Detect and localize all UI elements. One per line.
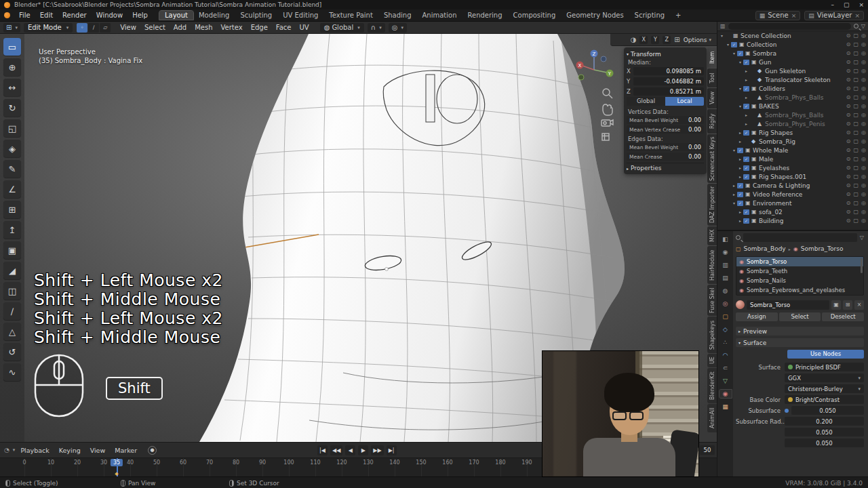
use-nodes-button[interactable]: Use Nodes xyxy=(787,350,864,359)
select-button[interactable]: Select xyxy=(779,312,821,321)
transport-button[interactable]: |◀ xyxy=(317,445,328,455)
end-frame-field[interactable]: 50 xyxy=(700,445,715,455)
row-label[interactable]: Collection xyxy=(747,41,846,48)
camera-icon[interactable]: ◎ xyxy=(861,59,866,65)
row-label[interactable]: Sombra_Phys_Penis xyxy=(765,121,846,127)
collection-checkbox[interactable]: ✓ xyxy=(743,60,749,65)
eye-icon[interactable]: ⊙ xyxy=(846,138,851,144)
workspace-tab[interactable]: Shading xyxy=(378,11,417,20)
camera-icon[interactable]: ◎ xyxy=(861,200,866,206)
transform-panel-header[interactable]: ▾ Transform xyxy=(627,49,704,58)
median-value-field[interactable]: 0.098085 m xyxy=(633,67,704,75)
base-color-input[interactable]: Bright/Contrast xyxy=(785,395,864,404)
screen-icon[interactable]: ▢ xyxy=(853,41,859,47)
outliner-row[interactable]: ▸ ◆ Translocator Skeleton ⊙ ▢ ◎ xyxy=(717,75,868,84)
workspace-tab[interactable]: Layout xyxy=(159,11,193,20)
camera-icon[interactable]: ◎ xyxy=(861,103,866,109)
subsurface-slider[interactable]: 0.050 xyxy=(791,406,864,415)
row-label[interactable]: Translocator Skeleton xyxy=(765,77,846,83)
outliner-row[interactable]: ▸ ✓ ▣ Camera & Lighting ⊙ ▢ ◎ xyxy=(717,181,868,190)
eye-icon[interactable]: ⊙ xyxy=(846,103,851,109)
median-value-field[interactable]: 0.85271 m xyxy=(633,87,704,96)
properties-tab[interactable]: ◧ xyxy=(719,235,732,243)
deselect-button[interactable]: Deselect xyxy=(822,312,864,321)
outliner-row[interactable]: ▸ ✓ ▣ Rig Shapes.001 ⊙ ▢ ◎ xyxy=(717,172,868,181)
eye-icon[interactable]: ⊙ xyxy=(846,129,851,136)
tool-button[interactable]: ▣ xyxy=(3,241,21,259)
tool-button[interactable]: ◢ xyxy=(3,262,21,279)
eye-icon[interactable]: ⊙ xyxy=(846,174,851,180)
camera-icon[interactable]: ◎ xyxy=(861,50,866,56)
collection-checkbox[interactable]: ✓ xyxy=(743,157,749,162)
workspace-tab[interactable]: Scripting xyxy=(629,11,670,20)
options-dropdown[interactable]: Options▾ xyxy=(684,37,711,43)
collection-checkbox[interactable]: ✓ xyxy=(743,130,749,136)
current-frame-badge[interactable]: 35 xyxy=(111,459,123,466)
expand-arrow[interactable]: ▸ xyxy=(743,68,749,73)
eye-icon[interactable]: ⊙ xyxy=(846,191,851,197)
tool-button[interactable]: ◫ xyxy=(3,282,21,300)
expand-arrow[interactable]: ▾ xyxy=(737,86,743,91)
outliner-row[interactable]: ▾ ✓ ▣ Sombra ⊙ ▢ ◎ xyxy=(717,49,868,58)
row-label[interactable]: Sombra_Phys_Balls xyxy=(765,94,846,101)
screen-icon[interactable]: ▢ xyxy=(853,33,859,39)
eye-icon[interactable]: ⊙ xyxy=(846,68,851,74)
expand-arrow[interactable]: ▾ xyxy=(737,104,743,108)
row-label[interactable]: Rig Shapes xyxy=(759,129,846,136)
expand-arrow[interactable]: ▾ xyxy=(731,148,737,152)
sidebar-tab[interactable]: BlenderKit xyxy=(707,368,717,403)
timeline-menu[interactable]: View xyxy=(86,446,110,455)
screen-icon[interactable]: ▢ xyxy=(853,218,859,224)
screen-icon[interactable]: ▢ xyxy=(853,191,859,197)
row-label[interactable]: Whole Male xyxy=(753,147,846,154)
slots-scrollbar[interactable] xyxy=(861,258,863,273)
timeline-menu[interactable]: Marker xyxy=(111,446,141,455)
snap-grid-icon[interactable]: ⊞ xyxy=(674,36,679,43)
outliner-row[interactable]: ▸ ✓ ▣ Rig Shapes ⊙ ▢ ◎ xyxy=(717,128,868,137)
sidebar-tab[interactable]: DAZ Importer xyxy=(707,184,717,226)
material-preview-icon[interactable] xyxy=(736,300,745,309)
screen-icon[interactable]: ▢ xyxy=(853,59,859,65)
properties-subpanel-header[interactable]: ▸ Properties xyxy=(627,163,704,171)
eye-icon[interactable]: ⊙ xyxy=(846,50,851,56)
outliner-row[interactable]: ▸ ▲ Sombra_Phys_Penis ⊙ ▢ ◎ xyxy=(717,119,868,128)
sidebar-tab[interactable]: Item xyxy=(707,47,717,68)
editor-type-dropdown[interactable]: ⊞ ▾ xyxy=(3,23,20,33)
row-label[interactable]: Camera & Lighting xyxy=(753,182,846,189)
outliner-row[interactable]: ▾ ✓ ▣ Environment ⊙ ▢ ◎ xyxy=(717,199,868,207)
material-name-field[interactable]: Sombra_Torso xyxy=(747,300,829,310)
tool-button[interactable]: ↺ xyxy=(3,343,21,361)
camera-icon[interactable]: ◎ xyxy=(861,174,866,180)
menubar-menu[interactable]: Render xyxy=(58,11,92,20)
camera-icon[interactable]: ◎ xyxy=(861,138,866,144)
vertex-data-field[interactable]: Mean Bevel Weight0.00 xyxy=(627,116,704,124)
collection-checkbox[interactable]: ✓ xyxy=(743,218,749,224)
blender-menu-icon[interactable] xyxy=(4,12,10,18)
face-select-button[interactable]: ▱ xyxy=(100,23,111,33)
sidebar-tab[interactable]: Fuse Skel xyxy=(707,285,717,316)
camera-icon[interactable]: ◎ xyxy=(861,94,866,100)
viewport-menu[interactable]: View xyxy=(116,23,140,32)
subsurface-method-dropdown[interactable]: Christensen-Burley▾ xyxy=(785,384,864,393)
camera-icon[interactable]: ◎ xyxy=(861,218,866,224)
close-button[interactable]: × xyxy=(859,1,864,8)
viewport-menu[interactable]: Select xyxy=(140,23,170,32)
mirror-axis-toggle[interactable]: Y xyxy=(651,36,659,44)
eye-icon[interactable]: ⊙ xyxy=(846,94,851,100)
properties-tab[interactable]: ▥ xyxy=(719,261,732,269)
eye-icon[interactable]: ⊙ xyxy=(846,41,851,47)
material-slot[interactable]: ◉ Sombra_Torso xyxy=(736,257,863,266)
row-label[interactable]: Video Reference xyxy=(753,191,846,198)
timeline-editor-icon[interactable]: ◔ xyxy=(4,447,9,453)
camera-icon[interactable]: ◎ xyxy=(861,147,866,153)
transport-button[interactable]: ◀◀ xyxy=(330,445,342,455)
screen-icon[interactable]: ▢ xyxy=(853,85,859,92)
tool-button[interactable]: △ xyxy=(3,323,21,340)
row-label[interactable]: Rig Shapes.001 xyxy=(759,174,846,180)
tool-button[interactable]: ∕ xyxy=(3,302,21,320)
transport-button[interactable]: ▶| xyxy=(387,445,397,455)
screen-icon[interactable]: ▢ xyxy=(853,112,859,118)
eye-icon[interactable]: ⊙ xyxy=(846,218,851,224)
camera-icon[interactable]: ◎ xyxy=(861,121,866,127)
menubar-menu[interactable]: Help xyxy=(127,11,153,20)
